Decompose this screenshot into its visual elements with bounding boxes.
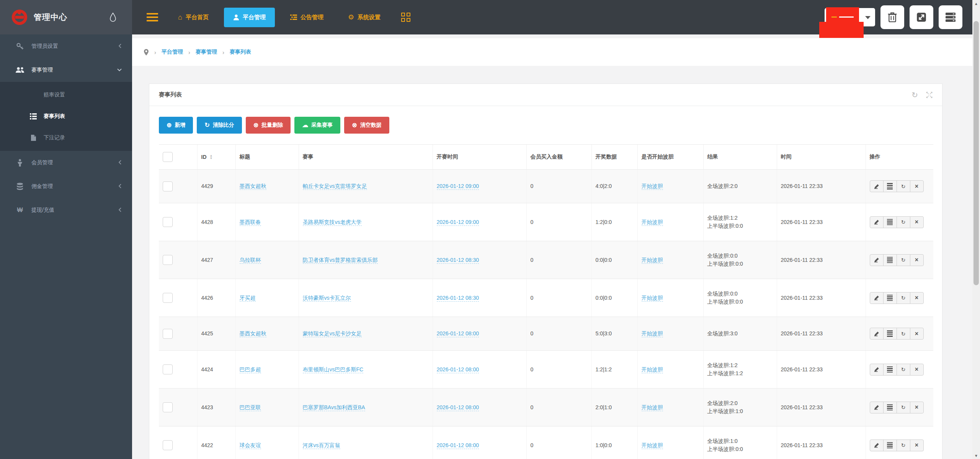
clear-data-button[interactable]: ⊗ 清空数据 [344,117,389,134]
match-link[interactable]: 防卫者体育vs普罗格雷索俱乐部 [303,257,378,264]
league-link[interactable]: 球会友谊 [240,442,261,449]
match-link[interactable]: 布里顿斯山vs巴巴多斯FC [303,366,364,373]
refresh-card-icon[interactable]: ↻ [911,91,918,99]
start-bodan-link[interactable]: 开始波胆 [642,404,663,411]
row-delete-button[interactable]: × [910,328,924,340]
nav-item-system-settings[interactable]: ⚙ 系统设置 [339,8,390,27]
fullscreen-icon[interactable]: ↖↗↙↘ [926,91,933,98]
row-refresh-button[interactable]: ↻ [897,180,910,192]
detail-list-button[interactable] [883,216,897,228]
start-bodan-link[interactable]: 开始波胆 [642,330,663,337]
detail-list-button[interactable] [883,328,897,340]
sidebar-item-match-manage[interactable]: 赛事管理 [0,58,132,82]
edit-button[interactable] [870,328,884,340]
edit-button[interactable] [870,364,884,376]
sidebar-item-bet-records[interactable]: 下注记录 [0,127,132,149]
sidebar-item-withdraw-deposit[interactable]: ₩ 提现/充值 [0,198,132,222]
start-bodan-link[interactable]: 开始波胆 [642,257,663,264]
logout-button[interactable] [910,5,933,29]
nav-item-platform-manage[interactable]: 平台管理 [224,8,275,27]
sidebar-toggle-icon[interactable] [147,13,158,21]
league-link[interactable]: 墨西女超秋 [240,330,266,337]
row-checkbox[interactable] [163,402,173,412]
detail-list-button[interactable] [883,402,897,413]
row-delete-button[interactable]: × [910,364,924,376]
start-bodan-link[interactable]: 开始波胆 [642,219,663,226]
edit-button[interactable] [870,402,884,413]
row-refresh-button[interactable]: ↻ [897,292,910,304]
sidebar-item-commission-manage[interactable]: 佣金管理 [0,175,132,198]
detail-list-button[interactable] [883,180,897,192]
edit-button[interactable] [870,254,884,266]
row-checkbox[interactable] [163,440,173,450]
match-link[interactable]: 圣路易斯竞技vs老虎大学 [303,219,362,226]
row-checkbox[interactable] [163,293,173,303]
row-delete-button[interactable]: × [910,402,924,413]
match-link[interactable]: 沃特豪斯vs卡瓦立尔 [303,295,351,302]
start-time-link[interactable]: 2026-01-12 08:00 [437,404,479,411]
league-link[interactable]: 牙买超 [240,295,256,302]
detail-list-button[interactable] [883,292,897,304]
league-link[interactable]: 乌拉联杯 [240,257,261,264]
row-refresh-button[interactable]: ↻ [897,364,910,376]
row-checkbox[interactable] [163,364,173,374]
start-time-link[interactable]: 2026-01-12 09:00 [437,219,479,226]
batch-delete-button[interactable]: ⊗ 批量删除 [246,117,291,134]
detail-list-button[interactable] [883,254,897,266]
nav-item-announcement[interactable]: 公告管理 [281,8,333,27]
row-refresh-button[interactable]: ↻ [897,402,910,413]
match-link[interactable]: 帕丘卡女足vs克雷塔罗女足 [303,183,367,190]
sidebar-item-match-list[interactable]: 赛事列表 [0,106,132,127]
sidebar-item-admin-settings[interactable]: 管理员设置 [0,34,132,58]
row-delete-button[interactable]: × [910,254,924,266]
servers-button[interactable] [939,5,962,29]
start-time-link[interactable]: 2026-01-12 08:00 [437,366,479,373]
edit-button[interactable] [870,180,884,192]
row-refresh-button[interactable]: ↻ [897,439,910,451]
league-link[interactable]: 墨西女超秋 [240,183,266,190]
start-time-link[interactable]: 2026-01-12 08:30 [437,295,479,302]
detail-list-button[interactable] [883,439,897,451]
row-delete-button[interactable]: × [910,216,924,228]
start-bodan-link[interactable]: 开始波胆 [642,183,663,190]
league-link[interactable]: 墨西联春 [240,219,261,226]
scroll-up-arrow[interactable]: ▲ [972,0,980,7]
row-delete-button[interactable]: × [910,180,924,192]
edit-button[interactable] [870,216,884,228]
edit-button[interactable] [870,439,884,451]
sort-icon[interactable]: ▲▼ [210,154,213,160]
start-time-link[interactable]: 2026-01-12 08:00 [437,330,479,337]
row-checkbox[interactable] [163,329,173,339]
start-bodan-link[interactable]: 开始波胆 [642,295,663,302]
add-button[interactable]: ⊕ 新增 [159,117,193,134]
start-bodan-link[interactable]: 开始波胆 [642,366,663,373]
row-refresh-button[interactable]: ↻ [897,328,910,340]
collect-matches-button[interactable]: ☁ 采集赛事 [294,117,340,134]
detail-list-button[interactable] [883,364,897,376]
row-checkbox[interactable] [163,181,173,191]
trash-button[interactable] [880,5,904,29]
league-link[interactable]: 巴巴亚联 [240,404,261,411]
row-delete-button[interactable]: × [910,439,924,451]
row-refresh-button[interactable]: ↻ [897,216,910,228]
start-time-link[interactable]: 2026-01-12 08:30 [437,257,479,264]
match-link[interactable]: 河床vs百万富翁 [303,442,340,449]
apps-grid-icon[interactable] [401,13,410,22]
start-time-link[interactable]: 2026-01-12 09:00 [437,183,479,190]
row-checkbox[interactable] [163,217,173,227]
sidebar-item-odds-settings[interactable]: 赔率设置 [0,84,132,106]
sidebar-item-member-manage[interactable]: 会员管理 [0,151,132,175]
edit-button[interactable] [870,292,884,304]
clear-score-button[interactable]: ↻ 清除比分 [197,117,242,134]
row-delete-button[interactable]: × [910,292,924,304]
breadcrumb-link-match-list[interactable]: 赛事列表 [230,49,251,56]
user-menu-button[interactable] [825,8,875,26]
league-link[interactable]: 巴巴多超 [240,366,261,373]
nav-item-platform-home[interactable]: ⌂ 平台首页 [169,8,218,27]
match-link[interactable]: 巴塞罗那BAvs加利西亚BA [303,404,365,411]
scrollbar-thumb[interactable] [973,21,979,285]
scroll-down-arrow[interactable]: ▼ [972,452,980,459]
match-link[interactable]: 蒙特瑞女足vs尼卡沙女足 [303,330,362,337]
breadcrumb-link-match-manage[interactable]: 赛事管理 [196,49,217,56]
breadcrumb-link-platform[interactable]: 平台管理 [162,49,183,56]
